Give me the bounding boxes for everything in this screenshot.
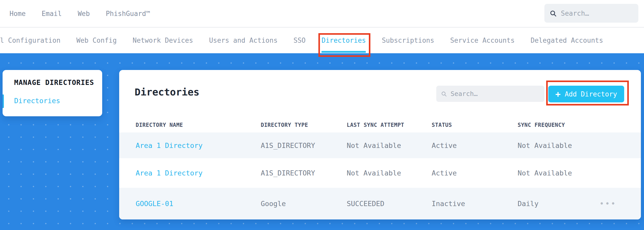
sync-frequency: Daily bbox=[518, 200, 538, 208]
tab-web-config[interactable]: Web Config bbox=[76, 37, 117, 44]
col-last-sync-attempt: LAST SYNC ATTEMPT bbox=[347, 122, 432, 128]
tab-delegated-accounts[interactable]: Delegated Accounts bbox=[530, 37, 603, 44]
last-sync-attempt: Not Available bbox=[347, 141, 432, 149]
table-row: Area 1 Directory A1S_DIRECTORY Not Avail… bbox=[119, 132, 641, 158]
page-title: Directories bbox=[135, 86, 199, 98]
directory-type: Google bbox=[261, 200, 347, 208]
nav-item-email[interactable]: Email bbox=[42, 10, 62, 17]
nav-item-phishguard[interactable]: PhishGuard™ bbox=[106, 10, 150, 17]
col-directory-type: DIRECTORY TYPE bbox=[261, 122, 347, 128]
status: Active bbox=[432, 169, 518, 177]
add-directory-label: Add Directory bbox=[565, 90, 617, 98]
directory-name-link[interactable]: GOOGLE-01 bbox=[136, 200, 261, 208]
table-row: Area 1 Directory A1S_DIRECTORY Not Avail… bbox=[119, 158, 641, 188]
plus-icon: + bbox=[555, 90, 561, 99]
directory-type: A1S_DIRECTORY bbox=[261, 141, 347, 149]
directory-name-link[interactable]: Area 1 Directory bbox=[136, 169, 261, 177]
table-row: GOOGLE-01 Google SUCCEEDED Inactive Dail… bbox=[119, 188, 641, 219]
col-sync-frequency: SYNC FREQUENCY bbox=[518, 122, 641, 128]
directory-type: A1S_DIRECTORY bbox=[261, 169, 347, 177]
sync-frequency: Not Available bbox=[518, 141, 572, 149]
tab-users-and-actions[interactable]: Users and Actions bbox=[209, 37, 277, 44]
tab-directories[interactable]: Directories bbox=[321, 37, 366, 44]
tab-subscriptions[interactable]: Subscriptions bbox=[382, 37, 434, 44]
last-sync-attempt: SUCCEEDED bbox=[347, 200, 432, 208]
nav-item-home[interactable]: Home bbox=[10, 10, 26, 17]
directories-search-input[interactable] bbox=[450, 90, 540, 98]
directories-panel: Directories + Add Directory DIRECTORY NA… bbox=[119, 70, 641, 219]
directories-table: DIRECTORY NAME DIRECTORY TYPE LAST SYNC … bbox=[119, 118, 641, 219]
global-search-input[interactable] bbox=[561, 10, 633, 17]
directory-name-link[interactable]: Area 1 Directory bbox=[136, 141, 261, 149]
col-status: STATUS bbox=[432, 122, 518, 128]
status: Inactive bbox=[432, 200, 518, 208]
nav-item-web[interactable]: Web bbox=[78, 10, 90, 17]
workspace-background: MANAGE DIRECTORIES Directories Directori… bbox=[0, 53, 644, 230]
table-header-row: DIRECTORY NAME DIRECTORY TYPE LAST SYNC … bbox=[119, 118, 641, 132]
tab-service-accounts[interactable]: Service Accounts bbox=[450, 37, 515, 44]
last-sync-attempt: Not Available bbox=[347, 169, 432, 177]
directories-search-box[interactable] bbox=[436, 86, 544, 102]
status: Active bbox=[432, 141, 518, 149]
tab-network-devices[interactable]: Network Devices bbox=[133, 37, 193, 44]
search-icon bbox=[550, 10, 557, 17]
tab-email-configuration[interactable]: l Configuration bbox=[0, 37, 60, 44]
active-item-indicator bbox=[3, 94, 4, 108]
sidebar-item-directories[interactable]: Directories bbox=[14, 97, 60, 105]
add-directory-button[interactable]: + Add Directory bbox=[548, 86, 624, 102]
global-search-box[interactable] bbox=[544, 4, 638, 23]
manage-directories-card: MANAGE DIRECTORIES Directories bbox=[3, 70, 102, 116]
tab-directories-label: Directories bbox=[321, 37, 366, 44]
row-menu-icon[interactable]: ••• bbox=[599, 200, 616, 208]
sync-frequency: Not Available bbox=[518, 169, 572, 177]
manage-directories-title: MANAGE DIRECTORIES bbox=[14, 78, 94, 86]
primary-nav: Home Email Web PhishGuard™ bbox=[0, 0, 644, 27]
tab-sso[interactable]: SSO bbox=[293, 37, 306, 44]
col-directory-name: DIRECTORY NAME bbox=[136, 122, 261, 128]
secondary-nav: l Configuration Web Config Network Devic… bbox=[0, 28, 644, 53]
search-icon bbox=[441, 91, 447, 97]
